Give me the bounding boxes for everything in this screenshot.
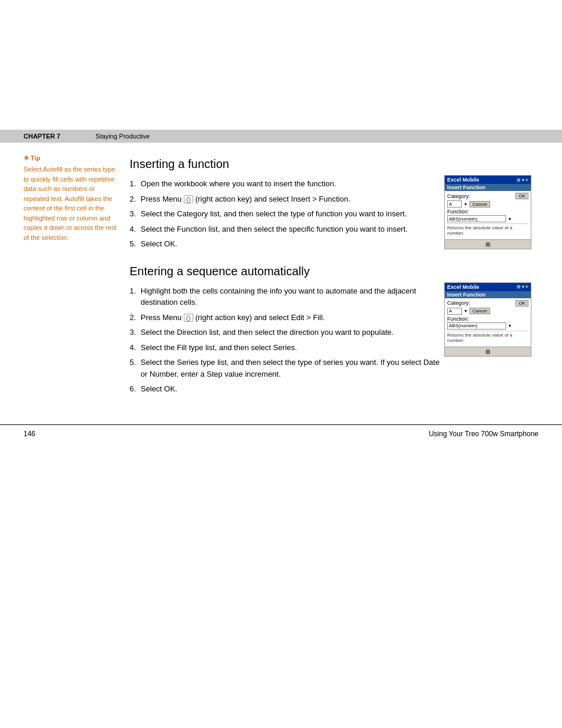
screenshot1-toolbar: Insert Function: [445, 184, 531, 191]
step-num: 4.: [130, 342, 136, 354]
screenshot2-icons: ⊞ ▾ ≡: [517, 284, 528, 289]
step-text: Select the Series type list, and then se…: [141, 357, 444, 380]
step-text: Open the workbook where you want to inse…: [141, 178, 336, 190]
screenshot1-titlebar: Excel Mobile ⊞ ▾ ≡: [445, 176, 531, 184]
step-num: 1.: [130, 285, 136, 308]
screenshot2-body: Category: OK A ▼ Cancel Function:: [445, 298, 531, 347]
function-select-row2: ABS(number) ▼: [447, 322, 528, 330]
category-label: Category:: [447, 193, 470, 199]
step-num: 4.: [130, 223, 136, 235]
step-text: Select OK.: [141, 238, 177, 250]
function-label: Function:: [447, 209, 528, 215]
step-num: 5.: [130, 357, 136, 380]
step-num: 2.: [130, 312, 136, 324]
step-num: 2.: [130, 193, 136, 205]
section2-steps: 1. Highlight both the cells containing t…: [130, 285, 444, 395]
function-select2[interactable]: ABS(number): [447, 322, 506, 330]
step-item: 4. Select the Fill type list, and then s…: [130, 342, 444, 354]
step-item: 1. Open the workbook where you want to i…: [130, 178, 444, 190]
screenshot2-bottom: ⊞: [445, 347, 531, 356]
step-num: 1.: [130, 178, 136, 190]
function-select[interactable]: ABS(number): [447, 215, 506, 222]
screenshot2-toolbar: Insert Function: [445, 291, 531, 298]
function-value2: ABS(number): [449, 323, 477, 328]
category-label2: Category:: [447, 300, 470, 306]
tip-text: Select Autofill as the series type to qu…: [24, 164, 118, 242]
section2-title: Entering a sequence automatically: [130, 265, 444, 278]
footer-book-title: Using Your Treo 700w Smartphone: [429, 430, 538, 438]
screenshot2-title: Excel Mobile: [447, 284, 480, 290]
screenshot2-container: Excel Mobile ⊞ ▾ ≡ Insert Function Categ…: [444, 282, 538, 407]
section1-wrapper: Inserting a function 1. Open the workboo…: [130, 154, 538, 262]
bottom-icon: ⊞: [485, 241, 490, 248]
section1-content: Inserting a function 1. Open the workboo…: [130, 154, 444, 262]
function-description2: Returns the absolute value of a number.: [447, 331, 528, 343]
function-dropdown-arrow2: ▼: [508, 324, 512, 328]
step-text: Press Menu 〈〉 (right action key) and sel…: [141, 193, 351, 205]
main-content: Inserting a function 1. Open the workboo…: [130, 154, 538, 407]
step-text: Highlight both the cells containing the …: [141, 285, 444, 308]
step-text: Select the Direction list, and then sele…: [141, 327, 394, 338]
step-num: 6.: [130, 383, 136, 395]
step-item: 2. Press Menu 〈〉 (right action key) and …: [130, 312, 444, 324]
step-item: 6. Select OK.: [130, 383, 444, 395]
step-item: 4. Select the Function list, and then se…: [130, 223, 444, 235]
chapter-title: Staying Productive: [95, 133, 150, 140]
cancel-button2[interactable]: Cancel: [470, 308, 490, 314]
step-text: Select the Fill type list, and then sele…: [141, 342, 297, 354]
category-select-row: A ▼ Cancel: [447, 200, 528, 207]
step-text: Select the Function list, and then selec…: [141, 223, 408, 235]
category-value2: A: [449, 308, 452, 314]
step-item: 1. Highlight both the cells containing t…: [130, 285, 444, 308]
footer: 146 Using Your Treo 700w Smartphone: [0, 424, 562, 443]
step-num: 5.: [130, 238, 136, 250]
step-item: 5. Select OK.: [130, 238, 444, 250]
top-spacer: [0, 0, 562, 130]
step-text: Select the Category list, and then selec…: [141, 208, 407, 220]
dropdown-arrow2: ▼: [464, 309, 468, 313]
step-text: Select OK.: [141, 383, 177, 395]
chapter-label: CHAPTER 7: [24, 133, 60, 140]
screenshot1-bottom: ⊞: [445, 239, 531, 249]
step-item: 3. Select the Direction list, and then s…: [130, 327, 444, 338]
step-item: 3. Select the Category list, and then se…: [130, 208, 444, 220]
tip-star: ✳ Tip: [24, 154, 118, 162]
screenshot2: Excel Mobile ⊞ ▾ ≡ Insert Function Categ…: [444, 282, 531, 357]
category-row2: Category: OK: [447, 300, 528, 307]
category-row: Category: OK: [447, 193, 528, 199]
function-select-row: ABS(number) ▼: [447, 215, 528, 222]
function-value: ABS(number): [449, 216, 477, 222]
chapter-header: CHAPTER 7 Staying Productive: [0, 130, 562, 143]
screenshot1-body: Category: OK A ▼ Cancel Function:: [445, 191, 531, 239]
function-description: Returns the absolute value of a number.: [447, 223, 528, 236]
bottom-icon2: ⊞: [485, 348, 490, 355]
screenshot1-title: Excel Mobile: [447, 177, 480, 183]
category-select[interactable]: A: [447, 200, 462, 207]
cancel-button[interactable]: Cancel: [470, 201, 490, 207]
screenshot1-container: Excel Mobile ⊞ ▾ ≡ Insert Function Categ…: [444, 175, 538, 262]
dropdown-arrow: ▼: [464, 202, 468, 206]
ok-button2[interactable]: OK: [515, 300, 528, 307]
ok-button[interactable]: OK: [515, 193, 528, 199]
step-text: Press Menu 〈〉 (right action key) and sel…: [141, 312, 325, 324]
function-dropdown-arrow: ▼: [508, 217, 512, 221]
screenshot1: Excel Mobile ⊞ ▾ ≡ Insert Function Categ…: [444, 175, 531, 249]
step-num: 3.: [130, 208, 136, 220]
category-select2[interactable]: A: [447, 308, 462, 315]
category-select-row2: A ▼ Cancel: [447, 308, 528, 315]
section2-wrapper: Entering a sequence automatically 1. Hig…: [130, 262, 538, 407]
category-value: A: [449, 202, 452, 207]
step-num: 3.: [130, 327, 136, 338]
tip-sidebar: ✳ Tip Select Autofill as the series type…: [24, 154, 118, 407]
section1-title: Inserting a function: [130, 157, 444, 171]
footer-page-number: 146: [24, 430, 35, 438]
screenshot1-icons: ⊞ ▾ ≡: [517, 177, 528, 183]
section1-steps: 1. Open the workbook where you want to i…: [130, 178, 444, 250]
page: CHAPTER 7 Staying Productive ✳ Tip Selec…: [0, 0, 562, 728]
function-label2: Function:: [447, 316, 528, 322]
section2-content: Entering a sequence automatically 1. Hig…: [130, 262, 444, 407]
step-item: 5. Select the Series type list, and then…: [130, 357, 444, 380]
bottom-spacer: [0, 443, 562, 620]
content-area: ✳ Tip Select Autofill as the series type…: [0, 154, 562, 407]
step-item: 2. Press Menu 〈〉 (right action key) and …: [130, 193, 444, 205]
